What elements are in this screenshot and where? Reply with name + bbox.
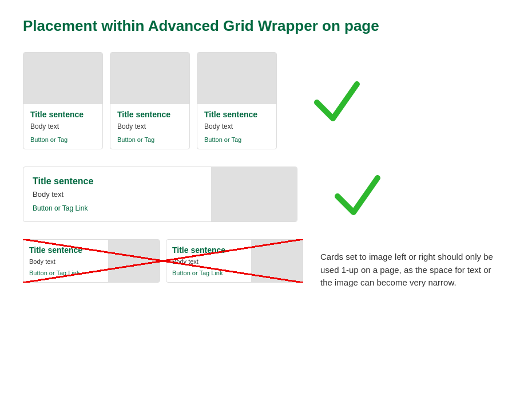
card-2-link[interactable]: Button or Tag: [117, 136, 182, 143]
wrong-card-2-link[interactable]: Button or Tag Link: [172, 270, 245, 276]
wrong-card-1-image: [108, 240, 160, 282]
card-3-title: Title sentence: [204, 110, 269, 119]
card-1: Title sentence Body text Button or Tag: [23, 52, 103, 149]
card-1-image: [23, 53, 102, 104]
wrong-card-1-body-text: Body text: [29, 258, 102, 265]
card-3-link[interactable]: Button or Tag: [204, 136, 269, 143]
card-2-body-text: Body text: [117, 122, 182, 130]
card-2-body: Title sentence Body text Button or Tag: [110, 104, 189, 149]
card-1-body-text: Body text: [30, 122, 96, 130]
wrong-card-2-title: Title sentence: [172, 245, 245, 255]
wide-card-link[interactable]: Button or Tag Link: [33, 204, 202, 212]
crossed-cards-container: Title sentence Body text Button or Tag L…: [23, 239, 303, 283]
wrong-card-1-title: Title sentence: [29, 245, 102, 255]
card-3-image: [197, 53, 276, 104]
card-1-title: Title sentence: [30, 110, 96, 119]
card-1-body: Title sentence Body text Button or Tag: [23, 104, 102, 149]
card-1-link[interactable]: Button or Tag: [30, 136, 96, 143]
wide-card: Title sentence Body text Button or Tag L…: [23, 167, 297, 222]
wrong-card-2-body: Title sentence Body text Button or Tag L…: [166, 240, 251, 282]
card-2-title: Title sentence: [117, 110, 182, 119]
section-2: Title sentence Body text Button or Tag L…: [23, 167, 501, 222]
page-title: Placement within Advanced Grid Wrapper o…: [23, 17, 501, 35]
checkmark-2: [332, 168, 383, 221]
card-3-body-text: Body text: [204, 122, 269, 130]
wide-card-title: Title sentence: [33, 176, 202, 187]
wrong-description: Cards set to image left or right should …: [320, 239, 501, 290]
wide-card-image: [211, 167, 297, 221]
three-up-cards: Title sentence Body text Button or Tag T…: [23, 52, 277, 149]
wrong-card-2: Title sentence Body text Button or Tag L…: [166, 239, 303, 283]
wide-card-body-text: Body text: [33, 190, 202, 199]
checkmark-1: [311, 74, 363, 128]
wrong-card-1: Title sentence Body text Button or Tag L…: [23, 239, 160, 283]
wrong-card-1-link[interactable]: Button or Tag Link: [29, 270, 102, 276]
wrong-card-2-body-text: Body text: [172, 258, 245, 265]
card-3: Title sentence Body text Button or Tag: [197, 52, 277, 149]
section-3: Title sentence Body text Button or Tag L…: [23, 239, 501, 290]
wide-card-body: Title sentence Body text Button or Tag L…: [23, 167, 211, 221]
wrong-cards: Title sentence Body text Button or Tag L…: [23, 239, 303, 283]
card-3-body: Title sentence Body text Button or Tag: [197, 104, 276, 149]
wrong-card-1-body: Title sentence Body text Button or Tag L…: [23, 240, 108, 282]
card-2: Title sentence Body text Button or Tag: [110, 52, 190, 149]
card-2-image: [110, 53, 189, 104]
wrong-card-2-image: [251, 240, 303, 282]
section-1: Title sentence Body text Button or Tag T…: [23, 52, 501, 149]
